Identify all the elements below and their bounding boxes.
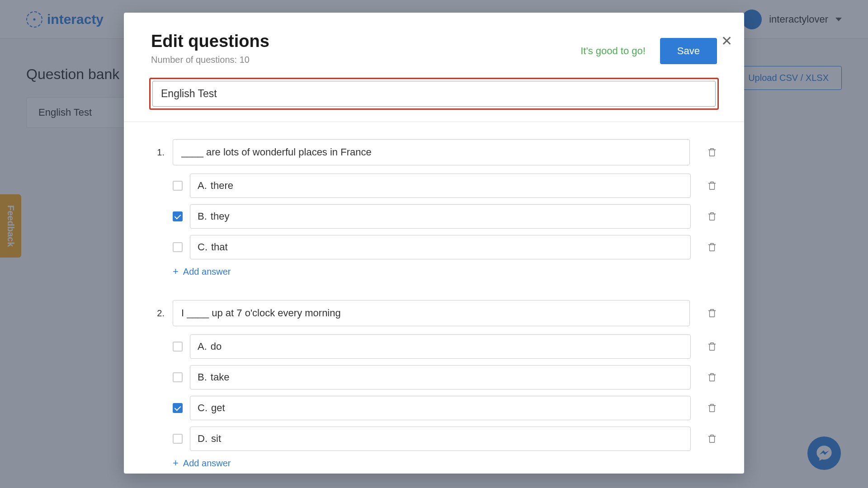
correct-answer-checkbox[interactable] [173,403,183,413]
delete-answer-button[interactable] [707,342,717,352]
answer-text: that [211,241,228,253]
add-answer-button[interactable]: +Add answer [173,266,717,277]
answer-input[interactable]: D.sit [190,427,691,451]
answer-text: get [211,402,225,414]
correct-answer-checkbox[interactable] [173,434,183,444]
answer-input[interactable]: C.that [190,235,691,259]
plus-icon: + [173,266,179,277]
validation-status: It's good to go! [580,45,646,57]
delete-answer-button[interactable] [707,211,717,221]
answer-text: sit [211,433,221,445]
delete-answer-button[interactable] [707,181,717,191]
answer-row: B.they [173,204,717,229]
save-button[interactable]: Save [660,38,717,64]
correct-answer-checkbox[interactable] [173,242,183,252]
answer-row: D.sit [173,427,717,451]
question-number: 1. [151,147,165,158]
edit-questions-modal: Edit questions Number of questions: 10 I… [124,13,744,474]
questions-list[interactable]: 1.A.thereB.theyC.that+Add answer2.A.doB.… [124,122,744,474]
modal-header: Edit questions Number of questions: 10 I… [124,13,744,78]
add-answer-button[interactable]: +Add answer [173,457,717,469]
question-block: 2.A.doB.takeC.getD.sit+Add answer [151,300,717,469]
modal-title: Edit questions [151,32,269,51]
correct-answer-checkbox[interactable] [173,181,183,191]
answer-row: B.take [173,365,717,389]
correct-answer-checkbox[interactable] [173,211,183,221]
answer-letter: B. [198,211,207,222]
answer-text: there [211,180,233,192]
close-icon[interactable]: ✕ [721,34,732,48]
title-input-highlight [149,78,719,110]
answer-row: C.get [173,396,717,420]
answer-input[interactable]: A.there [190,174,691,198]
answer-letter: C. [198,241,208,253]
subtitle-prefix: Number of questions: [151,55,240,65]
question-text-input[interactable] [173,139,690,165]
question-count: 10 [240,55,250,65]
modal-overlay: Edit questions Number of questions: 10 I… [0,0,868,488]
answer-row: C.that [173,235,717,259]
delete-answer-button[interactable] [707,372,717,382]
question-number: 2. [151,308,165,319]
delete-question-button[interactable] [707,308,717,318]
add-answer-label: Add answer [183,267,231,277]
answer-letter: A. [198,180,207,192]
delete-answer-button[interactable] [707,434,717,444]
plus-icon: + [173,457,179,469]
quiz-title-input[interactable] [152,81,716,107]
question-block: 1.A.thereB.theyC.that+Add answer [151,139,717,277]
question-text-input[interactable] [173,300,690,326]
answer-letter: B. [198,371,207,383]
answer-text: do [211,341,222,352]
answer-text: they [211,211,230,222]
answer-input[interactable]: C.get [190,396,691,420]
answer-input[interactable]: A.do [190,334,691,359]
answer-letter: D. [198,433,208,445]
delete-question-button[interactable] [707,147,717,157]
correct-answer-checkbox[interactable] [173,342,183,352]
correct-answer-checkbox[interactable] [173,372,183,382]
answer-letter: A. [198,341,207,352]
delete-answer-button[interactable] [707,403,717,413]
answer-input[interactable]: B.they [190,204,691,229]
answer-letter: C. [198,402,208,414]
answer-row: A.there [173,174,717,198]
add-answer-label: Add answer [183,458,231,469]
answer-text: take [211,371,230,383]
answer-input[interactable]: B.take [190,365,691,389]
answer-row: A.do [173,334,717,359]
modal-subtitle: Number of questions: 10 [151,55,269,65]
delete-answer-button[interactable] [707,242,717,252]
